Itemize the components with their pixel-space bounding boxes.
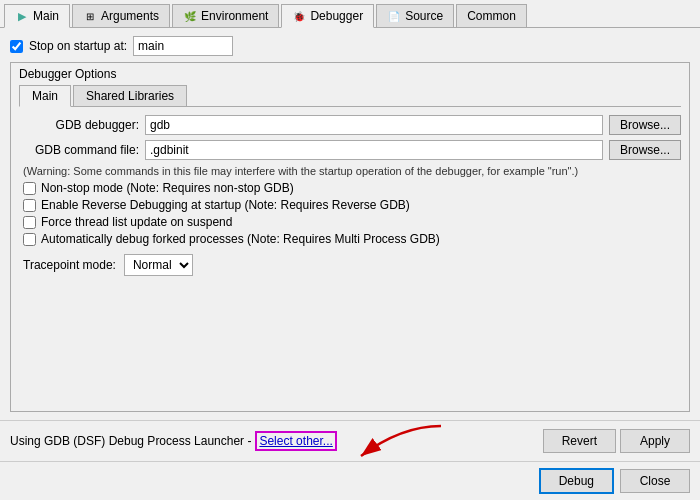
reverse-dbg-row: Enable Reverse Debugging at startup (Not…	[19, 198, 681, 212]
tab-arguments[interactable]: ⊞ Arguments	[72, 4, 170, 27]
tracepoint-select[interactable]: Normal Fast Static	[124, 254, 193, 276]
gdb-command-file-label: GDB command file:	[19, 143, 139, 157]
environment-tab-icon: 🌿	[183, 9, 197, 23]
tracepoint-row: Tracepoint mode: Normal Fast Static	[19, 254, 681, 276]
auto-fork-checkbox[interactable]	[23, 233, 36, 246]
red-arrow	[341, 421, 461, 471]
gdb-debugger-label: GDB debugger:	[19, 118, 139, 132]
force-thread-checkbox[interactable]	[23, 216, 36, 229]
stop-on-startup-label: Stop on startup at:	[29, 39, 127, 53]
top-tab-bar: ▶ Main ⊞ Arguments 🌿 Environment 🐞 Debug…	[0, 0, 700, 28]
inner-tab-shared-libraries-label: Shared Libraries	[86, 89, 174, 103]
tab-environment-label: Environment	[201, 9, 268, 23]
gdb-command-file-browse-btn[interactable]: Browse...	[609, 140, 681, 160]
debug-button[interactable]: Debug	[539, 468, 614, 494]
force-thread-row: Force thread list update on suspend	[19, 215, 681, 229]
source-tab-icon: 📄	[387, 9, 401, 23]
stop-on-startup-row: Stop on startup at:	[10, 36, 690, 56]
main-content: Stop on startup at: Debugger Options Mai…	[0, 28, 700, 420]
tab-debugger[interactable]: 🐞 Debugger	[281, 4, 374, 28]
stop-on-startup-checkbox[interactable]	[10, 40, 23, 53]
gdb-command-file-input[interactable]	[145, 140, 603, 160]
tab-main-label: Main	[33, 9, 59, 23]
revert-button[interactable]: Revert	[543, 429, 616, 453]
launcher-row: Using GDB (DSF) Debug Process Launcher -…	[0, 420, 700, 461]
inner-tab-main-label: Main	[32, 89, 58, 103]
select-other-link[interactable]: Select other...	[255, 431, 336, 451]
tab-main[interactable]: ▶ Main	[4, 4, 70, 28]
tab-source[interactable]: 📄 Source	[376, 4, 454, 27]
close-button[interactable]: Close	[620, 469, 690, 493]
reverse-dbg-label: Enable Reverse Debugging at startup (Not…	[41, 198, 410, 212]
non-stop-label: Non-stop mode (Note: Requires non-stop G…	[41, 181, 294, 195]
tracepoint-label: Tracepoint mode:	[23, 258, 116, 272]
stop-on-startup-input[interactable]	[133, 36, 233, 56]
debugger-options-title: Debugger Options	[19, 67, 681, 81]
launcher-text: Using GDB (DSF) Debug Process Launcher -	[10, 434, 251, 448]
tab-arguments-label: Arguments	[101, 9, 159, 23]
warning-text: (Warning: Some commands in this file may…	[19, 165, 681, 177]
gdb-debugger-browse-btn[interactable]: Browse...	[609, 115, 681, 135]
auto-fork-row: Automatically debug forked processes (No…	[19, 232, 681, 246]
tab-common[interactable]: Common	[456, 4, 527, 27]
apply-button[interactable]: Apply	[620, 429, 690, 453]
tab-environment[interactable]: 🌿 Environment	[172, 4, 279, 27]
gdb-debugger-input[interactable]	[145, 115, 603, 135]
tab-debugger-label: Debugger	[310, 9, 363, 23]
tab-common-label: Common	[467, 9, 516, 23]
debugger-options-group: Debugger Options Main Shared Libraries G…	[10, 62, 690, 412]
force-thread-label: Force thread list update on suspend	[41, 215, 232, 229]
tab-source-label: Source	[405, 9, 443, 23]
non-stop-row: Non-stop mode (Note: Requires non-stop G…	[19, 181, 681, 195]
debugger-tab-icon: 🐞	[292, 9, 306, 23]
arguments-tab-icon: ⊞	[83, 9, 97, 23]
auto-fork-label: Automatically debug forked processes (No…	[41, 232, 440, 246]
inner-tab-bar: Main Shared Libraries	[19, 85, 681, 107]
inner-tab-main[interactable]: Main	[19, 85, 71, 107]
dialog: ▶ Main ⊞ Arguments 🌿 Environment 🐞 Debug…	[0, 0, 700, 500]
gdb-debugger-row: GDB debugger: Browse...	[19, 115, 681, 135]
gdb-command-file-row: GDB command file: Browse...	[19, 140, 681, 160]
non-stop-checkbox[interactable]	[23, 182, 36, 195]
reverse-dbg-checkbox[interactable]	[23, 199, 36, 212]
inner-tab-shared-libraries[interactable]: Shared Libraries	[73, 85, 187, 106]
main-tab-icon: ▶	[15, 9, 29, 23]
